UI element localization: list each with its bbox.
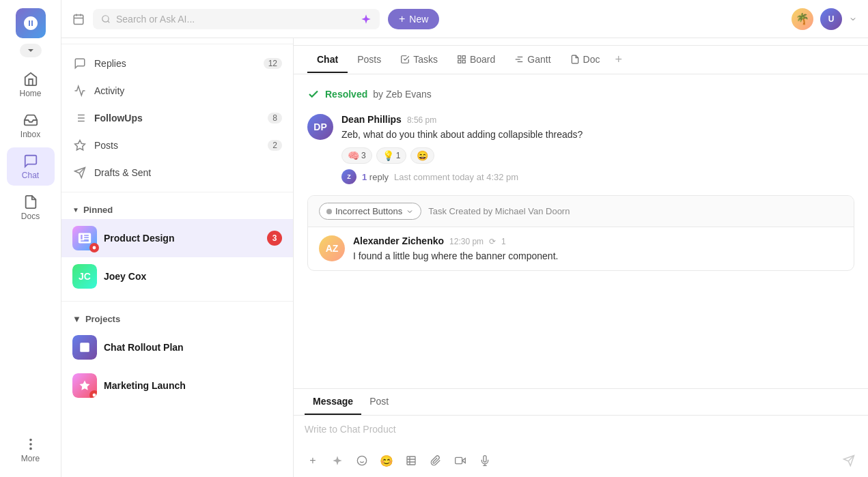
- bulb-emoji: 💡: [382, 150, 394, 161]
- dean-message-body: Dean Phillips 8:56 pm Zeb, what do you t…: [341, 114, 854, 184]
- posts-icon: [72, 138, 87, 153]
- chat-item-followups[interactable]: FollowUps 8: [61, 104, 293, 132]
- compose-face-button[interactable]: 😊: [377, 451, 396, 470]
- check-icon: [307, 88, 320, 100]
- project-item-chat-rollout[interactable]: Chat Rollout Plan: [61, 328, 293, 366]
- message-item-dean: DP Dean Phillips 8:56 pm Zeb, what do yo…: [307, 114, 854, 184]
- sync-icon: ⟳: [489, 237, 496, 246]
- chat-main: Chat Product Project in Chat Squad • Pub…: [294, 0, 868, 477]
- send-icon: [843, 454, 855, 467]
- task-status-button[interactable]: Incorrect Buttons: [319, 203, 421, 220]
- product-design-info: Product Design: [104, 233, 260, 244]
- compose-attach-button[interactable]: [426, 451, 445, 470]
- pinned-section-header[interactable]: ▼ Pinned: [61, 198, 293, 219]
- followups-icon: [72, 111, 87, 126]
- compose-add-button[interactable]: +: [303, 451, 322, 470]
- compose-mic-button[interactable]: [475, 451, 494, 470]
- avatar-dropdown-icon[interactable]: [849, 15, 857, 23]
- compose-tab-message[interactable]: Message: [305, 389, 361, 415]
- compose-message-label: Message: [313, 396, 353, 407]
- compose-table-button[interactable]: [402, 451, 421, 470]
- project-item-marketing[interactable]: Marketing Launch: [61, 366, 293, 405]
- task-message-body: AZ Alexander Zichenko 12:30 pm ⟳ 1 I fou…: [308, 227, 854, 270]
- search-icon: [101, 14, 111, 24]
- tab-add-button[interactable]: +: [609, 46, 628, 74]
- brain-emoji: 🧠: [348, 150, 359, 161]
- board-icon: [457, 55, 466, 64]
- compose-tab-post[interactable]: Post: [361, 389, 397, 415]
- sidebar-item-docs[interactable]: Docs: [7, 188, 55, 227]
- chat-item-drafts[interactable]: Drafts & Sent: [61, 159, 293, 186]
- svg-point-0: [30, 444, 31, 445]
- chat-item-activity[interactable]: Activity: [61, 77, 293, 104]
- msg-reply[interactable]: Z 1 reply Last comment today at 4:32 pm: [341, 169, 854, 184]
- product-design-avatar: [72, 226, 97, 250]
- svg-rect-38: [456, 457, 462, 463]
- sidebar-item-inbox[interactable]: Inbox: [7, 106, 55, 145]
- sidebar-item-label: Docs: [21, 212, 40, 221]
- tab-doc[interactable]: Doc: [561, 47, 610, 73]
- replies-label: Replies: [94, 58, 257, 69]
- topbar-calendar[interactable]: [72, 13, 85, 25]
- brain-count: 3: [361, 151, 366, 160]
- compose-video-button[interactable]: [451, 451, 470, 470]
- compose-send-button[interactable]: [839, 451, 858, 470]
- compose-ai-button[interactable]: [328, 451, 347, 470]
- svg-point-2: [30, 448, 31, 449]
- resolved-banner: Resolved by Zeb Evans: [307, 85, 854, 103]
- chat-item-replies[interactable]: Replies 12: [61, 50, 293, 77]
- alex-msg-header: Alexander Zichenko 12:30 pm ⟳ 1: [353, 235, 843, 246]
- sidebar-item-home[interactable]: Home: [7, 66, 55, 104]
- product-design-badge: 3: [267, 231, 282, 246]
- compose-emoji-button[interactable]: [352, 451, 372, 470]
- replies-badge: 12: [264, 58, 282, 69]
- pinned-arrow-icon: ▼: [72, 206, 79, 214]
- compose-toolbar: + 😊: [294, 446, 868, 477]
- status-dot: [326, 209, 332, 214]
- new-label: New: [409, 14, 428, 25]
- svg-rect-29: [462, 60, 465, 63]
- new-button[interactable]: + New: [388, 9, 439, 29]
- tab-board-label: Board: [470, 54, 495, 65]
- task-created-text: Task Created by Michael Van Doorn: [428, 206, 570, 216]
- activity-label: Activity: [94, 85, 282, 96]
- dean-time: 8:56 pm: [407, 115, 436, 125]
- svg-point-47: [102, 15, 109, 21]
- reaction-bulb[interactable]: 💡 1: [376, 147, 407, 164]
- reply-count: 1 reply: [362, 172, 389, 182]
- svg-rect-27: [462, 55, 465, 58]
- more-icon: [23, 437, 38, 452]
- search-bar[interactable]: Search or Ask AI...: [93, 9, 380, 29]
- chat-item-posts[interactable]: Posts 2: [61, 132, 293, 159]
- table-icon: [406, 455, 417, 466]
- bulb-count: 1: [396, 151, 401, 160]
- projects-section-label: Projects: [85, 314, 120, 324]
- sidebar-item-more[interactable]: More: [7, 431, 55, 469]
- svg-rect-28: [458, 60, 461, 63]
- add-reaction-button[interactable]: 😄: [410, 147, 434, 164]
- workspace-switcher[interactable]: [20, 44, 42, 57]
- projects-section-header[interactable]: ▼ Projects: [61, 307, 293, 328]
- pinned-item-product-design[interactable]: Product Design 3: [61, 219, 293, 257]
- pinned-item-joey-cox[interactable]: JC Joey Cox: [61, 257, 293, 295]
- new-plus-icon: +: [399, 14, 405, 25]
- compose-input[interactable]: Write to Chat Product: [294, 416, 868, 446]
- tab-tasks[interactable]: Tasks: [391, 47, 447, 73]
- sidebar-item-chat[interactable]: Chat: [7, 147, 55, 186]
- tasks-icon: [400, 55, 410, 64]
- inbox-icon: [23, 113, 38, 128]
- svg-point-1: [30, 439, 31, 440]
- joey-cox-info: Joey Cox: [104, 271, 282, 282]
- activity-icon: [72, 83, 87, 98]
- svg-marker-9: [75, 141, 85, 150]
- tab-gantt[interactable]: Gantt: [505, 47, 560, 73]
- user-avatar[interactable]: U: [820, 8, 842, 30]
- reply-time: Last comment today at 4:32 pm: [394, 172, 518, 182]
- dean-msg-header: Dean Phillips 8:56 pm: [341, 114, 854, 125]
- doc-icon: [570, 55, 580, 64]
- chat-rollout-name: Chat Rollout Plan: [104, 342, 282, 353]
- reaction-brain[interactable]: 🧠 3: [341, 147, 372, 164]
- tab-posts[interactable]: Posts: [348, 47, 391, 73]
- tab-chat[interactable]: Chat: [307, 47, 348, 73]
- tab-board[interactable]: Board: [447, 47, 505, 73]
